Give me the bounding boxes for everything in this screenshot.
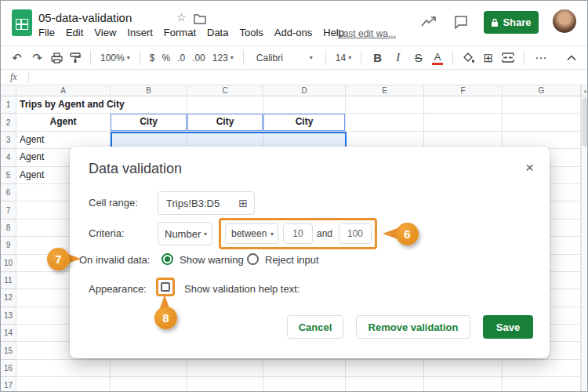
row-header-13[interactable]: 13 [1, 307, 16, 325]
cell-G17[interactable] [503, 377, 581, 392]
cell-E2[interactable] [346, 114, 424, 131]
menu-file[interactable]: File [38, 27, 55, 38]
borders-icon[interactable]: ⊞ [481, 52, 495, 64]
col-header-A[interactable]: A [16, 85, 111, 96]
bold-button[interactable]: B [371, 52, 384, 64]
cell-C2[interactable]: City [187, 114, 263, 131]
row-header-6[interactable]: 6 [1, 184, 16, 201]
row-header-7[interactable]: 7 [1, 201, 16, 219]
menu-edit[interactable]: Edit [66, 27, 83, 38]
cell-F16[interactable] [424, 360, 503, 377]
menu-data[interactable]: Data [207, 27, 228, 38]
min-value-input[interactable] [283, 223, 313, 244]
decrease-decimal-button[interactable]: .0 [177, 53, 185, 64]
paint-format-icon[interactable] [70, 53, 81, 64]
share-button[interactable]: Share [484, 11, 539, 34]
cell-G16[interactable] [503, 360, 581, 377]
menu-addons[interactable]: Add-ons [274, 27, 312, 38]
help-text-checkbox[interactable] [161, 282, 170, 292]
redo-icon[interactable]: ↷ [31, 52, 44, 64]
row-header-17[interactable]: 17 [1, 377, 16, 392]
reject-input-label[interactable]: Reject input [265, 254, 319, 266]
row-header-1[interactable]: 1 [1, 96, 16, 114]
col-header-B[interactable]: B [111, 85, 187, 96]
cell-E16[interactable] [346, 360, 424, 377]
remove-validation-button[interactable]: Remove validation [356, 315, 470, 339]
cell-A1[interactable]: Trips by Agent and City [16, 96, 111, 114]
criteria-operator-dropdown[interactable]: between ▾ [225, 223, 278, 244]
row-header-2[interactable]: 2 [1, 114, 16, 131]
cell-E1[interactable] [346, 96, 424, 114]
cell-A2[interactable]: Agent [16, 114, 111, 131]
cell-C1[interactable] [187, 96, 263, 114]
last-edit-link[interactable]: Last edit wa... [338, 28, 396, 39]
col-header-C[interactable]: C [187, 85, 263, 96]
strikethrough-button[interactable]: S [412, 52, 425, 64]
col-header-G[interactable]: G [503, 85, 581, 96]
print-icon[interactable] [51, 53, 63, 64]
row-header-10[interactable]: 10 [1, 255, 16, 272]
row-header-8[interactable]: 8 [1, 220, 16, 237]
cancel-button[interactable]: Cancel [287, 315, 343, 339]
formula-bar[interactable]: fx [1, 70, 587, 85]
format-percent-button[interactable]: % [162, 53, 170, 64]
more-formats-button[interactable]: 123 ▾ [212, 53, 234, 64]
cell-C16[interactable] [187, 360, 263, 377]
row-header-16[interactable]: 16 [1, 360, 16, 377]
row-header-9[interactable]: 9 [1, 237, 16, 254]
merge-cells-icon[interactable] [502, 53, 514, 63]
cell-F1[interactable] [424, 96, 503, 114]
menu-format[interactable]: Format [164, 27, 196, 38]
collapse-toolbar-icon[interactable] [567, 55, 576, 61]
comment-icon[interactable] [454, 16, 468, 29]
row-header-3[interactable]: 3 [1, 132, 16, 149]
cell-range-input[interactable]: Trips!B3:D5 ⊞ [158, 191, 255, 215]
max-value-input[interactable] [339, 223, 372, 244]
show-warning-radio[interactable] [162, 253, 173, 265]
cell-F2[interactable] [424, 114, 503, 131]
cell-F17[interactable] [424, 377, 503, 392]
more-toolbar-button[interactable]: ⋯ [534, 52, 547, 64]
document-title[interactable]: 05-data-validation [38, 11, 132, 24]
reject-input-radio[interactable] [247, 253, 259, 265]
zoom-select[interactable]: 100% ▾ [100, 53, 130, 64]
row-header-15[interactable]: 15 [1, 342, 16, 359]
font-size-select[interactable]: 14 ▾ [336, 53, 351, 64]
row-header-14[interactable]: 14 [1, 325, 16, 342]
cell-D1[interactable] [263, 96, 346, 114]
row-header-12[interactable]: 12 [1, 289, 16, 307]
cell-B16[interactable] [111, 360, 187, 377]
italic-button[interactable]: I [391, 52, 405, 64]
col-header-D[interactable]: D [263, 85, 346, 96]
scrollbar-thumb[interactable] [583, 98, 588, 147]
cell-B17[interactable] [111, 377, 187, 392]
move-folder-icon[interactable] [194, 13, 206, 24]
font-select[interactable]: Calibri ▾ [253, 53, 316, 64]
col-header-E[interactable]: E [346, 85, 424, 96]
cell-B2[interactable]: City [111, 114, 187, 131]
row-header-4[interactable]: 4 [1, 149, 16, 166]
sheets-logo-icon[interactable] [12, 9, 32, 36]
cell-G1[interactable] [503, 96, 581, 114]
increase-decimal-button[interactable]: .00 [192, 53, 205, 64]
menu-tools[interactable]: Tools [239, 27, 263, 38]
cell-E17[interactable] [346, 377, 424, 392]
col-header-F[interactable]: F [424, 85, 503, 96]
select-range-grid-icon[interactable]: ⊞ [238, 197, 248, 209]
text-color-button[interactable]: A [432, 51, 443, 65]
show-warning-label[interactable]: Show warning [180, 254, 244, 266]
vertical-scrollbar[interactable]: ▲ [581, 85, 588, 392]
criteria-type-dropdown[interactable]: Number ▾ [158, 222, 212, 245]
cell-A16[interactable] [16, 360, 111, 377]
cell-C17[interactable] [187, 377, 263, 392]
scroll-up-icon[interactable]: ▲ [582, 85, 588, 96]
cell-G2[interactable] [503, 114, 581, 131]
undo-icon[interactable]: ↶ [10, 52, 24, 64]
menu-insert[interactable]: Insert [127, 27, 153, 38]
cell-D2[interactable]: City [263, 114, 346, 131]
menu-view[interactable]: View [94, 27, 116, 38]
cell-A17[interactable] [16, 377, 111, 392]
cell-D16[interactable] [263, 360, 346, 377]
user-avatar[interactable] [553, 9, 576, 33]
save-button[interactable]: Save [483, 315, 533, 339]
